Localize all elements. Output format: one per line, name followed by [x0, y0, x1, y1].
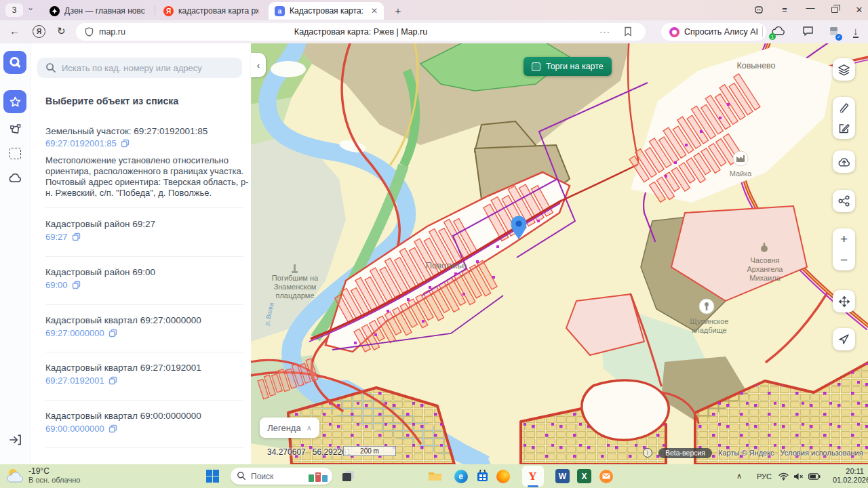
- search-box[interactable]: [37, 58, 242, 78]
- browser-extra-icon[interactable]: [753, 5, 765, 16]
- list-item-description: Местоположение установлено относительно …: [45, 155, 249, 199]
- auction-checkbox[interactable]: [532, 62, 540, 71]
- divider: [45, 447, 243, 448]
- toolbar-divider: [762, 26, 763, 37]
- tab-counter[interactable]: 3: [5, 3, 23, 17]
- firefox-icon[interactable]: [495, 468, 511, 484]
- app-content: Выберите объект из списка ✕ Земельный уч…: [0, 43, 868, 464]
- favorites-tool-active[interactable]: [3, 90, 26, 113]
- login-icon[interactable]: [3, 428, 26, 451]
- search-input[interactable]: [62, 58, 235, 78]
- edge-icon[interactable]: e: [453, 468, 469, 484]
- polygon-select-icon[interactable]: [3, 118, 26, 141]
- page-title: Кадастровая карта: Ржев | Map.ru: [76, 27, 646, 37]
- back-icon[interactable]: ←: [9, 25, 20, 37]
- minimize-button[interactable]: —: [804, 3, 816, 13]
- memorial-label: плацдарме: [275, 291, 314, 300]
- code-text: 69:00: [45, 280, 68, 290]
- start-button[interactable]: [205, 468, 220, 484]
- ask-alice-button[interactable]: Спросить Алису AI: [661, 23, 766, 41]
- scale-bar: 200 m: [343, 446, 396, 456]
- new-tab-button[interactable]: +: [391, 3, 406, 17]
- cemetery-poi[interactable]: [699, 299, 714, 314]
- copy-icon[interactable]: [108, 376, 117, 385]
- sync-cloud-icon[interactable]: 1: [772, 26, 785, 38]
- word-icon[interactable]: W: [555, 468, 570, 484]
- bookmark-icon[interactable]: [624, 26, 632, 39]
- list-item-code-link[interactable]: 69:27:0000000: [45, 328, 117, 338]
- cadastral-map[interactable]: Поволжье Ковынево Майка Погибшим на Знам…: [251, 43, 868, 464]
- comments-icon[interactable]: [802, 26, 814, 39]
- code-text: 69:00:0000000: [45, 424, 104, 434]
- pan-button[interactable]: [833, 290, 855, 312]
- divider: [45, 304, 243, 305]
- volume-muted-icon[interactable]: [793, 464, 804, 488]
- alice-icon: [669, 27, 679, 37]
- list-item-code-link[interactable]: 69:00:0000000: [45, 424, 117, 434]
- list-item-code-link[interactable]: 69:27: [45, 232, 81, 242]
- weather-description[interactable]: В осн. облачно: [28, 476, 80, 484]
- refresh-icon[interactable]: ↻: [57, 25, 66, 37]
- measure-icon[interactable]: [838, 102, 850, 113]
- task-view-icon[interactable]: [340, 468, 356, 484]
- locate-button[interactable]: [833, 328, 855, 350]
- search-highlight-image[interactable]: [308, 470, 328, 485]
- weather-icon[interactable]: [5, 467, 24, 487]
- copy-icon[interactable]: [108, 329, 117, 338]
- more-icon[interactable]: ···: [599, 26, 610, 37]
- copy-icon[interactable]: [108, 424, 117, 433]
- copy-icon[interactable]: [121, 139, 130, 148]
- copy-icon[interactable]: [72, 232, 81, 241]
- panel-title: Выберите объект из списка: [45, 96, 178, 106]
- restore-button[interactable]: [831, 7, 838, 13]
- file-explorer-icon[interactable]: [427, 468, 443, 484]
- wifi-icon[interactable]: [778, 464, 789, 488]
- copy-icon[interactable]: [72, 281, 81, 289]
- taskbar-search[interactable]: [231, 468, 332, 485]
- tab-list-chevron-icon[interactable]: ⌄: [27, 3, 34, 12]
- terms-link[interactable]: Условия использования: [781, 449, 863, 457]
- extensions-icon[interactable]: ✓: [829, 26, 840, 39]
- cloud-layers-icon[interactable]: [3, 166, 26, 189]
- tray-expand-icon[interactable]: ∧: [736, 464, 742, 488]
- tab-yandex-search[interactable]: Я кадастровая карта ржев: [157, 2, 266, 20]
- tray-clock[interactable]: 20:11 01.02.2026: [833, 467, 864, 485]
- share-button[interactable]: [833, 190, 855, 212]
- divider: [45, 352, 243, 352]
- zoom-in-button[interactable]: +: [840, 232, 848, 245]
- auction-toggle[interactable]: Торги на карте: [524, 57, 612, 76]
- memorial-label: Погибшим на: [272, 274, 319, 282]
- village-label: Поволжье: [426, 260, 467, 270]
- tab-dzen[interactable]: Дзен — главная новостна: [43, 2, 153, 20]
- upload-button[interactable]: [833, 150, 855, 173]
- excel-icon[interactable]: X: [576, 468, 592, 484]
- yandex-browser-icon[interactable]: Y: [525, 468, 540, 484]
- zoom-control: + −: [833, 228, 855, 270]
- factory-poi[interactable]: [733, 151, 748, 166]
- info-icon[interactable]: i: [643, 448, 652, 458]
- taskbar-search-input[interactable]: [251, 468, 304, 485]
- battery-icon[interactable]: [808, 464, 821, 488]
- layers-button[interactable]: [833, 58, 855, 81]
- menu-icon[interactable]: ≡: [778, 5, 791, 15]
- edit-icon[interactable]: [838, 123, 850, 134]
- mail-icon[interactable]: [598, 468, 614, 484]
- download-icon[interactable]: ↓: [853, 25, 859, 38]
- language-indicator[interactable]: РУС: [757, 464, 772, 488]
- mapru-logo[interactable]: [3, 51, 26, 74]
- address-bar[interactable]: map.ru Кадастровая карта: Ржев | Map.ru …: [76, 23, 646, 41]
- panel-collapse-button[interactable]: ‹: [251, 53, 266, 77]
- tab-cadastral-map[interactable]: a Кадастровая карта: Рж ✕: [269, 2, 384, 20]
- list-item-title: Кадастровый район 69:27: [45, 219, 155, 229]
- area-select-icon[interactable]: [3, 142, 26, 165]
- weather-temperature[interactable]: -19°C: [28, 466, 50, 476]
- yandex-button-icon[interactable]: Я: [33, 25, 45, 38]
- list-item-code-link[interactable]: 69:27:0192001:85: [45, 138, 130, 148]
- tab-close-icon[interactable]: ✕: [371, 6, 378, 16]
- list-item-code-link[interactable]: 69:00: [45, 280, 81, 290]
- close-button[interactable]: ✕: [853, 5, 865, 15]
- microsoft-store-icon[interactable]: [475, 468, 490, 484]
- list-item-code-link[interactable]: 69:27:0192001: [45, 375, 117, 386]
- zoom-out-button[interactable]: −: [840, 253, 848, 266]
- legend-button[interactable]: Легенда ∧: [260, 418, 319, 438]
